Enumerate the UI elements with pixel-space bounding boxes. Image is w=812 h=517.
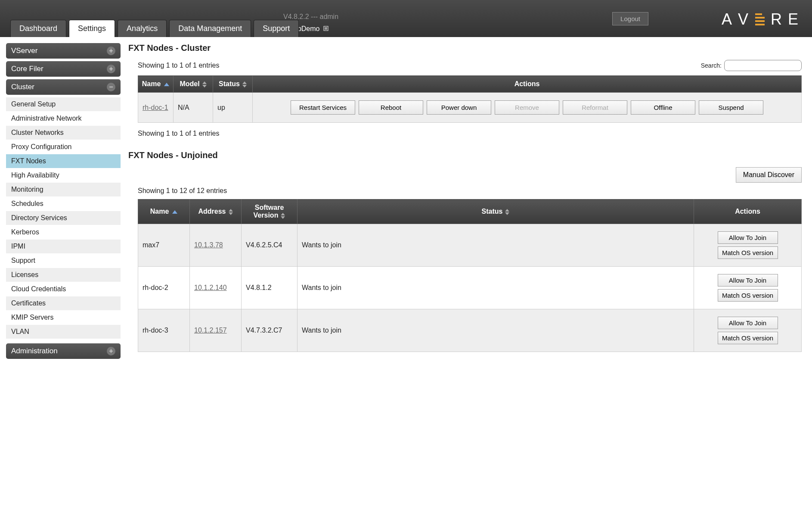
actions-cell: Allow To JoinMatch OS version	[694, 309, 802, 352]
tab-dashboard[interactable]: Dashboard	[10, 20, 66, 37]
address-link[interactable]: 10.1.2.140	[194, 284, 227, 291]
sort-icon	[281, 213, 285, 219]
version-cell: V4.7.3.2.C7	[242, 309, 298, 352]
entries-info-bottom: Showing 1 to 1 of 1 entries	[138, 130, 802, 137]
remove-button: Remove	[495, 100, 559, 115]
tab-support[interactable]: Support	[254, 20, 299, 37]
sidebar-item-vlan[interactable]: VLAN	[6, 325, 121, 339]
minus-icon: −	[107, 83, 115, 91]
allow-to-join-button[interactable]: Allow To Join	[718, 274, 778, 287]
sort-icon	[242, 81, 247, 87]
sidebar-item-administrative-network[interactable]: Administrative Network	[6, 112, 121, 126]
tab-data-management[interactable]: Data Management	[169, 20, 251, 37]
node-link[interactable]: rh-doc-1	[143, 104, 168, 111]
unjoined-entries-info: Showing 1 to 12 of 12 entries	[138, 187, 802, 195]
col-actions: Actions	[253, 76, 802, 93]
model-cell: N/A	[174, 93, 213, 123]
sort-icon	[229, 209, 233, 215]
status-cell: Wants to join	[298, 309, 694, 352]
sidebar-item-schedules[interactable]: Schedules	[6, 197, 121, 211]
tab-analytics[interactable]: Analytics	[118, 20, 167, 37]
allow-to-join-button[interactable]: Allow To Join	[718, 317, 778, 329]
sidebar-section-core-filer[interactable]: Core Filer+	[6, 61, 121, 77]
match-os-version-button[interactable]: Match OS version	[718, 246, 778, 259]
power-down-button[interactable]: Power down	[427, 100, 491, 115]
content: FXT Nodes - Cluster Showing 1 to 1 of 1 …	[128, 43, 806, 361]
col-actions: Actions	[694, 199, 802, 224]
sort-icon	[505, 209, 509, 215]
restart-services-button[interactable]: Restart Services	[291, 100, 355, 115]
cluster-nodes-table: Name Model Status Actions rh-doc-1N/AupR…	[138, 75, 802, 123]
manual-discover-button[interactable]: Manual Discover	[736, 167, 802, 183]
sidebar-item-proxy-configuration[interactable]: Proxy Configuration	[6, 140, 121, 154]
cluster-section-title: FXT Nodes - Cluster	[128, 43, 802, 53]
table-row: rh-doc-210.1.2.140V4.8.1.2Wants to joinA…	[138, 267, 802, 309]
sort-asc-icon	[172, 210, 177, 214]
plus-icon: +	[107, 347, 115, 355]
entries-info: Showing 1 to 1 of 1 entries	[138, 62, 219, 69]
reboot-button[interactable]: Reboot	[359, 100, 423, 115]
sidebar-item-high-availability[interactable]: High Availability	[6, 168, 121, 183]
plus-icon: +	[107, 47, 115, 55]
col-version[interactable]: Software Version	[242, 199, 298, 224]
sidebar-item-certificates[interactable]: Certificates	[6, 296, 121, 311]
sidebar-item-general-setup[interactable]: General Setup	[6, 97, 121, 112]
sort-asc-icon	[164, 83, 169, 86]
name-cell: rh-doc-3	[138, 309, 190, 352]
tab-settings[interactable]: Settings	[69, 20, 115, 37]
sidebar-item-directory-services[interactable]: Directory Services	[6, 211, 121, 225]
sidebar-item-cloud-credentials[interactable]: Cloud Credentials	[6, 282, 121, 296]
status-cell: up	[213, 93, 253, 123]
logout-button[interactable]: Logout	[612, 12, 648, 25]
version-cell: V4.6.2.5.C4	[242, 224, 298, 267]
col-name[interactable]: Name	[138, 199, 190, 224]
name-cell: rh-doc-2	[138, 267, 190, 309]
table-row: rh-doc-310.1.2.157V4.7.3.2.C7Wants to jo…	[138, 309, 802, 352]
name-cell: max7	[138, 224, 190, 267]
main-tabs: DashboardSettingsAnalyticsData Managemen…	[10, 20, 301, 37]
header: Logout A V R E V4.8.2.2 --- admin SetupD…	[0, 0, 812, 37]
sidebar: VServer+Core Filer+Cluster−General Setup…	[6, 43, 121, 361]
sidebar-item-kmip-servers[interactable]: KMIP Servers	[6, 311, 121, 325]
offline-button[interactable]: Offline	[631, 100, 695, 115]
sidebar-section-administration[interactable]: Administration+	[6, 343, 121, 359]
avere-logo: A V R E	[722, 10, 799, 28]
status-cell: Wants to join	[298, 267, 694, 309]
reformat-button: Reformat	[563, 100, 627, 115]
col-status[interactable]: Status	[213, 76, 253, 93]
plus-icon: +	[107, 65, 115, 73]
unjoined-section-title: FXT Nodes - Unjoined	[128, 150, 802, 160]
sort-icon	[202, 81, 207, 87]
search-label: Search:	[701, 62, 722, 69]
col-model[interactable]: Model	[174, 76, 213, 93]
match-os-version-button[interactable]: Match OS version	[718, 289, 778, 302]
sidebar-item-ipmi[interactable]: IPMI	[6, 240, 121, 254]
sidebar-item-kerberos[interactable]: Kerberos	[6, 225, 121, 240]
actions-cell: Allow To JoinMatch OS version	[694, 267, 802, 309]
unjoined-nodes-table: Name Address Software Version Status Act…	[138, 199, 802, 352]
table-row: rh-doc-1N/AupRestart ServicesRebootPower…	[138, 93, 802, 123]
address-link[interactable]: 10.1.2.157	[194, 327, 227, 334]
sidebar-item-licenses[interactable]: Licenses	[6, 268, 121, 282]
col-name[interactable]: Name	[138, 76, 174, 93]
table-row: max710.1.3.78V4.6.2.5.C4Wants to joinAll…	[138, 224, 802, 267]
suspend-button[interactable]: Suspend	[699, 100, 763, 115]
dropdown-icon	[323, 25, 329, 33]
search-input[interactable]	[724, 60, 802, 71]
col-status[interactable]: Status	[298, 199, 694, 224]
version-cell: V4.8.1.2	[242, 267, 298, 309]
sidebar-section-vserver[interactable]: VServer+	[6, 43, 121, 59]
sidebar-item-cluster-networks[interactable]: Cluster Networks	[6, 126, 121, 140]
actions-cell: Restart ServicesRebootPower downRemoveRe…	[253, 93, 802, 123]
sidebar-item-monitoring[interactable]: Monitoring	[6, 183, 121, 197]
sidebar-section-cluster[interactable]: Cluster−	[6, 79, 121, 95]
allow-to-join-button[interactable]: Allow To Join	[718, 231, 778, 244]
sidebar-item-fxt-nodes[interactable]: FXT Nodes	[6, 154, 121, 168]
sidebar-item-support[interactable]: Support	[6, 254, 121, 268]
actions-cell: Allow To JoinMatch OS version	[694, 224, 802, 267]
address-link[interactable]: 10.1.3.78	[194, 241, 223, 249]
logo-e-icon	[755, 13, 765, 25]
status-cell: Wants to join	[298, 224, 694, 267]
col-address[interactable]: Address	[190, 199, 242, 224]
match-os-version-button[interactable]: Match OS version	[718, 332, 778, 344]
